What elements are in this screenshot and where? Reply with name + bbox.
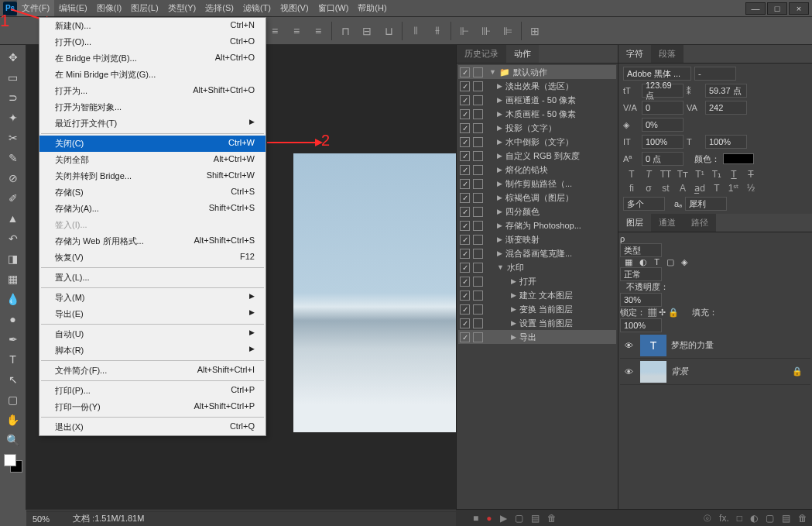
tab-channels[interactable]: 通道 (651, 214, 684, 232)
text-color-swatch[interactable] (723, 153, 754, 164)
new-action-icon[interactable]: ▤ (531, 513, 540, 524)
menu-item[interactable]: 导出(E)▶ (39, 306, 266, 322)
baseline-field[interactable]: 0 点 (642, 152, 684, 166)
align-middle-icon[interactable]: ⊟ (358, 22, 375, 40)
shape-tool[interactable]: ▢ (2, 390, 24, 409)
menu-item[interactable]: 导入(M)▶ (39, 290, 266, 306)
align-center-icon[interactable]: ≡ (288, 22, 305, 40)
menu-filter[interactable]: 滤镜(T) (238, 0, 276, 16)
action-row[interactable]: ▶自定义 RGB 到灰度 (458, 149, 616, 163)
align-left-icon[interactable]: ≡ (266, 22, 283, 40)
foreground-color[interactable] (4, 454, 16, 466)
font-style-field[interactable]: - (694, 67, 736, 81)
tracking-field[interactable]: 242 (705, 101, 747, 115)
lock-pixels-icon[interactable]: ▦ (648, 308, 656, 317)
delete-layer-icon[interactable]: 🗑 (798, 513, 807, 524)
tab-history[interactable]: 历史记录 (457, 45, 506, 63)
action-row[interactable]: ▶投影（文字） (458, 121, 616, 135)
action-row[interactable]: ▼📁默认动作 (458, 65, 616, 79)
stop-icon[interactable]: ■ (473, 513, 478, 524)
kerning-field[interactable]: 0 (642, 101, 684, 115)
menu-item[interactable]: 文件简介(F)...Alt+Shift+Ctrl+I (39, 363, 266, 379)
layer-name[interactable]: 背景 (671, 366, 688, 377)
menu-edit[interactable]: 编辑(E) (54, 0, 92, 16)
filter-type-icon[interactable]: T (654, 257, 660, 266)
fill-field[interactable]: 100% (620, 318, 662, 332)
menu-item[interactable]: 新建(N)...Ctrl+N (39, 18, 266, 34)
menu-item[interactable]: 脚本(R)▶ (39, 342, 266, 359)
font-size-field[interactable]: 123.69 点 (642, 84, 684, 98)
layer-row[interactable]: 👁 T 梦想的力量 (620, 332, 810, 359)
eraser-tool[interactable]: ◨ (2, 249, 24, 268)
menu-item[interactable]: 打开(O)...Ctrl+O (39, 34, 266, 50)
menu-item[interactable]: 存储为 Web 所用格式...Alt+Shift+Ctrl+S (39, 233, 266, 249)
adjustment-layer-icon[interactable]: ◐ (750, 513, 758, 524)
healing-tool[interactable]: ⊘ (2, 169, 24, 187)
filter-adjust-icon[interactable]: ◐ (639, 257, 647, 266)
action-row[interactable]: ▶棕褐色调（图层） (458, 191, 616, 205)
layer-mask-icon[interactable]: □ (737, 513, 742, 524)
menu-item[interactable]: 签入(I)... (39, 217, 266, 233)
strikethrough-button[interactable]: T (744, 169, 758, 180)
superscript-button[interactable]: T¹ (693, 169, 707, 180)
bold-button[interactable]: T (625, 169, 639, 180)
tab-paragraph[interactable]: 段落 (651, 45, 684, 63)
menu-item[interactable]: 关闭全部Alt+Ctrl+W (39, 152, 266, 168)
distribute-v-icon[interactable]: ⫵ (429, 22, 446, 40)
opacity-field[interactable]: 30% (620, 293, 662, 307)
menu-item[interactable]: 最近打开文件(T)▶ (39, 115, 266, 132)
menu-window[interactable]: 窗口(W) (313, 0, 354, 16)
tab-paths[interactable]: 路径 (684, 214, 716, 232)
filter-shape-icon[interactable]: ▢ (666, 257, 674, 266)
allcaps-button[interactable]: TT (659, 169, 673, 180)
magic-wand-tool[interactable]: ✦ (2, 108, 24, 127)
eyedropper-tool[interactable]: ✎ (2, 149, 24, 167)
menu-item[interactable]: 在 Bridge 中浏览(B)...Alt+Ctrl+O (39, 50, 266, 67)
menu-type[interactable]: 类型(Y) (163, 0, 201, 16)
action-row[interactable]: ▶水中倒影（文字） (458, 135, 616, 149)
tab-character[interactable]: 字符 (618, 45, 651, 63)
antialias-field[interactable]: 犀利 (685, 197, 727, 211)
blend-mode-field[interactable]: 正常 (620, 267, 662, 281)
italic-button[interactable]: T (642, 169, 656, 180)
menu-item[interactable]: 存储(S)Ctrl+S (39, 184, 266, 201)
layer-filter-field[interactable]: 类型 (620, 243, 662, 257)
visibility-toggle[interactable]: 👁 (622, 367, 636, 376)
brush-tool[interactable]: ✐ (2, 189, 24, 208)
action-row[interactable]: ▶渐变映射 (458, 232, 616, 246)
move-tool[interactable]: ✥ (2, 48, 24, 67)
action-row[interactable]: ▶变换 当前图层 (458, 302, 616, 316)
menu-item[interactable]: 存储为(A)...Shift+Ctrl+S (39, 201, 266, 217)
gradient-tool[interactable]: ▦ (2, 270, 24, 288)
stamp-tool[interactable]: ▲ (2, 209, 24, 228)
underline-button[interactable]: T (727, 169, 741, 180)
crop-tool[interactable]: ✂ (2, 129, 24, 147)
align-top-icon[interactable]: ⊓ (337, 22, 354, 40)
document-canvas[interactable] (293, 153, 456, 432)
tab-actions[interactable]: 动作 (506, 45, 539, 63)
layer-fx-icon[interactable]: fx. (719, 513, 729, 524)
new-layer-icon[interactable]: ▤ (782, 513, 790, 524)
maximize-button[interactable]: □ (767, 2, 787, 15)
trash-icon[interactable]: 🗑 (547, 513, 557, 524)
scale-field[interactable]: 0% (642, 118, 684, 132)
action-row[interactable]: ▶四分颜色 (458, 205, 616, 218)
action-row[interactable]: ▶混合器画笔克隆... (458, 246, 616, 260)
distribute-h-icon[interactable]: ⫴ (407, 22, 424, 40)
menu-item[interactable]: 自动(U)▶ (39, 326, 266, 342)
menu-help[interactable]: 帮助(H) (353, 0, 391, 16)
tab-layers[interactable]: 图层 (618, 214, 651, 232)
record-icon[interactable]: ● (486, 513, 492, 524)
visibility-toggle[interactable]: 👁 (622, 341, 636, 350)
lasso-tool[interactable]: ⊃ (2, 88, 24, 107)
menu-item[interactable]: 退出(X)Ctrl+Q (39, 419, 266, 435)
hand-tool[interactable]: ✋ (2, 411, 24, 429)
link-layers-icon[interactable]: ⦾ (704, 513, 711, 524)
menu-file[interactable]: 文件(F) (17, 0, 54, 16)
marquee-tool[interactable]: ▭ (2, 68, 24, 87)
vscale-field[interactable]: 100% (642, 135, 684, 149)
action-row[interactable]: ▶画框通道 - 50 像素 (458, 93, 616, 107)
filter-smart-icon[interactable]: ◈ (681, 257, 687, 266)
action-row[interactable]: ▶建立 文本图层 (458, 288, 616, 302)
lock-position-icon[interactable]: ✢ (659, 308, 666, 317)
